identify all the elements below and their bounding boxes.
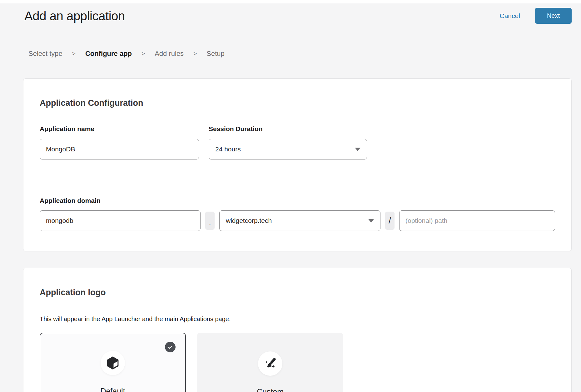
application-name-field-group: Application name [40,125,199,159]
chevron-down-icon [368,219,374,223]
slash-separator: / [385,212,395,230]
dot-separator: . [205,212,215,230]
domain-value: widgetcorp.tech [226,217,272,224]
breadcrumb-separator: > [193,50,197,58]
application-domain-row: . widgetcorp.tech / [40,210,555,231]
step-configure-app[interactable]: Configure app [85,50,132,58]
logo-option-default[interactable]: Default [40,333,186,392]
logo-options: Default Custom [40,333,555,392]
check-icon [167,344,173,350]
paintbrush-icon [263,356,277,371]
application-logo-card: Application logo This will appear in the… [23,268,572,392]
step-add-rules[interactable]: Add rules [155,50,184,58]
page-header: Add an application Cancel Next [0,3,581,24]
session-duration-field-group: Session Duration 24 hours [209,125,367,159]
breadcrumb: Select type > Configure app > Add rules … [0,50,581,58]
logo-option-label: Custom [257,387,284,392]
default-logo-circle [101,351,125,375]
application-domain-label: Application domain [40,197,555,204]
name-session-row: Application name Session Duration 24 hou… [40,125,555,159]
application-configuration-card: Application Configuration Application na… [23,78,572,251]
application-name-label: Application name [40,125,199,133]
session-duration-value: 24 hours [215,145,241,153]
header-actions: Cancel Next [500,8,572,24]
application-name-input[interactable] [40,139,199,159]
selected-check-badge [165,342,176,352]
path-input[interactable] [399,210,555,231]
domain-select[interactable]: widgetcorp.tech [219,210,380,231]
top-strip [0,0,581,3]
cancel-button[interactable]: Cancel [500,12,520,20]
chevron-down-icon [355,148,360,151]
session-duration-select[interactable]: 24 hours [209,139,367,159]
path-field-wrap [399,210,555,231]
logo-option-label: Default [100,387,125,392]
page-title: Add an application [24,8,125,23]
step-setup[interactable]: Setup [206,50,225,58]
step-select-type[interactable]: Select type [28,50,62,58]
breadcrumb-separator: > [72,50,76,58]
cube-icon [106,356,120,370]
logo-option-custom[interactable]: Custom [197,333,343,392]
breadcrumb-separator: > [142,50,145,58]
application-logo-heading: Application logo [40,288,555,297]
subdomain-input[interactable] [40,210,201,231]
next-button[interactable]: Next [535,8,572,24]
session-duration-label: Session Duration [209,125,367,133]
custom-logo-circle [258,351,282,376]
application-configuration-heading: Application Configuration [40,98,555,108]
application-logo-description: This will appear in the App Launcher and… [40,315,555,323]
